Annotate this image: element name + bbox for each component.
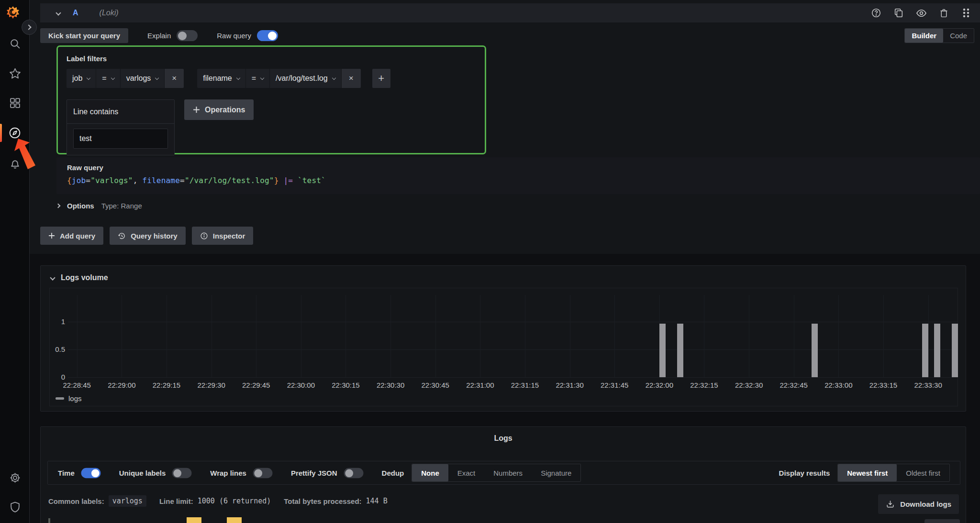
- log-volume-bar[interactable]: [922, 324, 928, 377]
- download-logs-button[interactable]: Download logs: [878, 494, 959, 514]
- dedup-option-signature[interactable]: Signature: [532, 464, 580, 481]
- x-axis-label: 22:32:30: [735, 381, 763, 389]
- log-volume-bar[interactable]: [677, 324, 683, 377]
- dedup-option-exact[interactable]: Exact: [448, 464, 485, 481]
- options-summary: Type: Range: [101, 202, 142, 210]
- grid-line-v: [435, 295, 436, 377]
- raw-query-code: {job="varlogs", filename="/var/log/test.…: [67, 176, 969, 185]
- toggle-knob: [345, 469, 353, 477]
- remove-query-trash-icon[interactable]: [937, 7, 950, 19]
- chart-legend[interactable]: logs: [56, 394, 82, 403]
- remove-filter-button[interactable]: ×: [165, 69, 184, 88]
- toggle-label: Time: [58, 469, 75, 477]
- inspector-button[interactable]: Inspector: [192, 227, 254, 245]
- sidebar-item-starred[interactable]: [6, 64, 24, 82]
- dedup-option-none[interactable]: None: [412, 464, 448, 481]
- display-results: Display results Newest firstOldest first: [779, 464, 950, 482]
- sidebar-item-search[interactable]: [6, 34, 24, 53]
- x-axis-label: 22:31:30: [556, 381, 583, 389]
- chevron-down-icon: [260, 76, 264, 79]
- y-axis-label: 1: [50, 317, 65, 326]
- remove-filter-button[interactable]: ×: [342, 69, 361, 88]
- query-history-button[interactable]: Query history: [110, 227, 186, 245]
- toggle-knob: [178, 32, 187, 40]
- log-row-level-indicator: [48, 518, 50, 523]
- logs-volume-header[interactable]: Logs volume: [41, 266, 966, 282]
- logs-volume-chart[interactable]: 10.5022:28:4522:29:0022:29:1522:29:3022:…: [49, 288, 958, 406]
- explain-toggle[interactable]: [177, 30, 198, 41]
- raw-query-token: [293, 176, 298, 185]
- grid-line-v: [570, 295, 570, 377]
- grid-line-v: [212, 295, 212, 377]
- filter-label-select[interactable]: job: [67, 69, 96, 88]
- filter-label-text: job: [72, 74, 82, 83]
- grid-line-v: [167, 295, 167, 377]
- add-operations-button[interactable]: Operations: [184, 99, 254, 120]
- filter-operator-select[interactable]: =: [246, 69, 269, 88]
- raw-query-token: ,: [133, 176, 143, 185]
- label-filters-row: job=varlogs×filename=/var/log/test.log×+: [67, 69, 476, 88]
- sidebar-expand-button[interactable]: [22, 20, 37, 35]
- raw-query-token: |=: [283, 176, 293, 185]
- x-axis-label: 22:30:15: [332, 381, 359, 389]
- dedup-option-numbers[interactable]: Numbers: [484, 464, 532, 481]
- mode-option-code[interactable]: Code: [943, 29, 974, 43]
- grid-line-h: [68, 349, 958, 350]
- log-volume-bar[interactable]: [934, 324, 940, 377]
- label-filter-0: job=varlogs×: [67, 69, 184, 88]
- partial-button[interactable]: [924, 519, 960, 523]
- filter-value-select[interactable]: /var/log/test.log: [270, 69, 341, 88]
- grid-line-v: [480, 295, 480, 377]
- apps-grid-icon: [9, 97, 21, 109]
- query-options-row[interactable]: Options Type: Range: [56, 199, 142, 212]
- log-volume-bar[interactable]: [659, 324, 666, 377]
- drag-handle-icon[interactable]: [960, 7, 972, 19]
- raw-query-toggle[interactable]: [257, 30, 278, 41]
- grid-line-h: [68, 322, 958, 322]
- chevron-down-icon: [155, 76, 159, 79]
- filter-value-select[interactable]: varlogs: [121, 69, 165, 88]
- chevron-down-icon: [332, 76, 335, 79]
- add-label-filter-button[interactable]: +: [372, 69, 390, 88]
- grafana-logo-icon[interactable]: [6, 6, 20, 19]
- order-option-newest-first[interactable]: Newest first: [838, 464, 897, 481]
- duplicate-query-icon[interactable]: [892, 7, 905, 19]
- search-icon: [9, 38, 21, 50]
- explore-actions-row: Add query Query history Inspector: [40, 227, 253, 245]
- operation-value-input[interactable]: [73, 129, 168, 149]
- sidebar-item-dashboards[interactable]: [6, 94, 24, 112]
- filter-operator-select[interactable]: =: [96, 69, 120, 88]
- wrap-lines-toggle[interactable]: [253, 468, 272, 478]
- operation-name[interactable]: Line contains: [67, 100, 174, 124]
- meta-value: 1000 (6 returned): [198, 497, 271, 505]
- log-volume-bar[interactable]: [952, 324, 958, 377]
- add-query-button[interactable]: Add query: [40, 227, 103, 245]
- log-volume-bar[interactable]: [812, 324, 818, 377]
- info-icon: [200, 232, 208, 240]
- legend-swatch: [56, 397, 64, 400]
- grid-line-v: [345, 295, 346, 377]
- filter-label-select[interactable]: filename: [197, 69, 245, 88]
- unique-labels-toggle[interactable]: [172, 468, 192, 478]
- help-icon[interactable]: [870, 7, 882, 19]
- meta-label: Total bytes processed:: [284, 497, 361, 505]
- x-axis-label: 22:29:00: [108, 381, 135, 389]
- x-axis-label: 22:29:15: [153, 381, 180, 389]
- collapse-query-chevron-icon[interactable]: [56, 10, 61, 15]
- prettify-json-toggle[interactable]: [344, 468, 363, 478]
- logs-panel-title: Logs: [494, 434, 512, 442]
- mode-option-builder[interactable]: Builder: [905, 29, 943, 43]
- x-axis-label: 22:31:15: [511, 381, 539, 389]
- sidebar-item-configuration[interactable]: [6, 469, 24, 487]
- download-logs-label: Download logs: [900, 500, 951, 508]
- meta-item: Common labels:varlogs: [48, 495, 146, 507]
- kick-start-query-button[interactable]: Kick start your query: [40, 28, 128, 43]
- plus-icon: [193, 106, 200, 113]
- order-option-oldest-first[interactable]: Oldest first: [897, 464, 949, 481]
- query-row-header[interactable]: A (Loki): [40, 3, 980, 22]
- sidebar-item-admin[interactable]: [6, 498, 24, 516]
- time-toggle[interactable]: [81, 468, 100, 478]
- sidebar: [0, 0, 30, 523]
- order-radio-group: Newest firstOldest first: [837, 464, 950, 482]
- hide-response-eye-icon[interactable]: [915, 7, 927, 19]
